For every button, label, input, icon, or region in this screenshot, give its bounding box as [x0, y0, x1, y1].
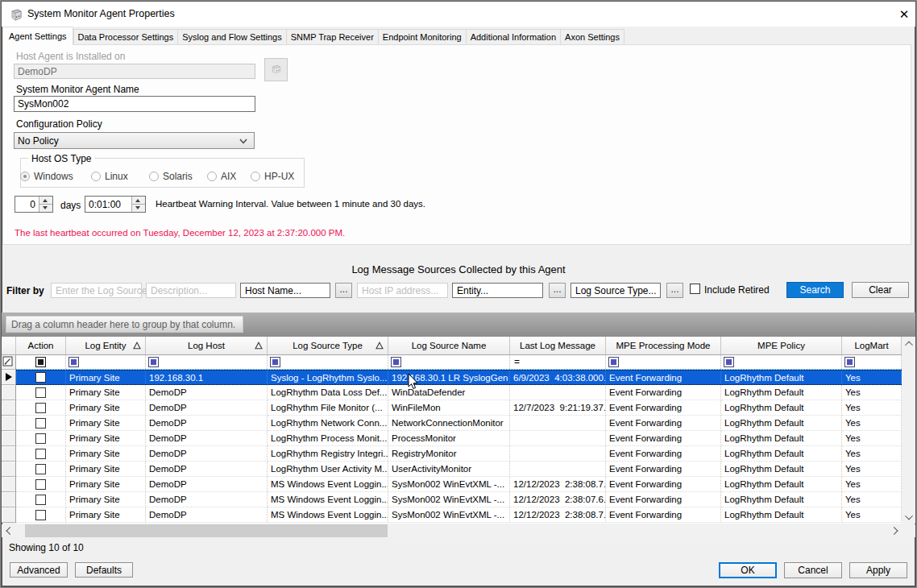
tab-additional-information[interactable]: Additional Information — [467, 29, 561, 45]
entity-browse-button[interactable]: ... — [549, 283, 566, 298]
defaults-button[interactable]: Defaults — [75, 562, 133, 578]
column-header-log-host[interactable]: Log Host — [146, 337, 268, 355]
advanced-button[interactable]: Advanced — [10, 562, 68, 578]
vertical-scroll-track[interactable] — [902, 350, 915, 510]
grid-row-7[interactable]: Primary SiteDemoDPLogRhythm User Activit… — [16, 462, 902, 477]
interval-spin-buttons[interactable] — [131, 197, 145, 212]
row-indicator-6[interactable] — [2, 446, 16, 462]
filter-cell-mpe-processing-mode[interactable] — [606, 355, 721, 369]
radio-os-windows[interactable]: Windows — [20, 171, 73, 182]
row-indicator-8[interactable] — [2, 477, 16, 492]
include-retired-checkbox[interactable] — [690, 284, 700, 294]
grid-row-8[interactable]: Primary SiteDemoDPMS Windows Event Loggi… — [16, 477, 902, 492]
column-header-mpe-processing-mode[interactable]: MPE Processing Mode — [606, 337, 721, 355]
column-header-log-source-type[interactable]: Log Source Type — [268, 337, 388, 355]
agent-name-field[interactable]: SysMon002 — [14, 96, 255, 112]
filter-cell-log-host[interactable] — [146, 355, 268, 369]
spin-down-icon[interactable] — [39, 205, 52, 212]
grid-row-6[interactable]: Primary SiteDemoDPLogRhythm Registry Int… — [16, 446, 902, 462]
grid-row-1[interactable]: Primary Site192.168.30.1Syslog - LogRhyt… — [16, 370, 902, 385]
filter-cell-mpe-policy[interactable] — [721, 355, 842, 369]
days-spinner[interactable]: 0 — [15, 196, 53, 213]
filter-box-icon[interactable] — [270, 357, 280, 367]
config-policy-dropdown[interactable]: No Policy — [14, 132, 255, 149]
row-indicator-10[interactable] — [2, 507, 16, 523]
tab-snmp-trap-receiver[interactable]: SNMP Trap Receiver — [287, 29, 379, 45]
filter-box-icon[interactable] — [68, 357, 79, 367]
grid-row-4[interactable]: Primary SiteDemoDPLogRhythm Network Conn… — [16, 416, 902, 431]
filter-cell-log-source-type[interactable] — [268, 355, 388, 369]
row-checkbox[interactable] — [35, 387, 46, 398]
radio-os-linux[interactable]: Linux — [91, 171, 128, 182]
log-source-type-filter-field[interactable]: Log Source Type... — [571, 283, 661, 298]
spin-down-icon[interactable] — [132, 205, 145, 212]
grid-row-3[interactable]: Primary SiteDemoDPLogRhythm File Monitor… — [16, 400, 902, 416]
row-indicator-9[interactable] — [2, 492, 16, 507]
row-checkbox[interactable] — [35, 479, 46, 490]
spin-up-icon[interactable] — [132, 197, 145, 205]
close-button[interactable]: ✕ — [891, 2, 917, 27]
action-filter-checkbox-icon[interactable] — [35, 357, 46, 367]
apply-button[interactable]: Apply — [849, 562, 907, 578]
interval-spinner[interactable]: 0:01:00 — [85, 196, 146, 213]
row-indicator-1[interactable] — [2, 370, 16, 385]
scroll-left-arrow[interactable] — [2, 524, 15, 537]
row-checkbox[interactable] — [35, 418, 46, 429]
filter-cell-log-source-name[interactable] — [388, 355, 510, 369]
row-indicator-4[interactable] — [2, 416, 16, 431]
row-checkbox[interactable] — [35, 403, 46, 413]
tab-agent-settings[interactable]: Agent Settings — [2, 27, 73, 45]
horizontal-scroll-thumb[interactable] — [25, 524, 388, 537]
row-checkbox[interactable] — [35, 464, 46, 474]
cancel-button[interactable]: Cancel — [784, 562, 842, 578]
filter-cell-logmart[interactable] — [842, 355, 902, 369]
clear-button[interactable]: Clear — [852, 282, 909, 298]
log-source-filter-input[interactable]: Enter the Log Source — [51, 283, 142, 298]
grid-row-5[interactable]: Primary SiteDemoDPLogRhythm Process Moni… — [16, 431, 902, 446]
horizontal-scroll-track[interactable] — [15, 524, 888, 537]
row-indicator-2[interactable] — [2, 385, 16, 400]
equals-filter-icon[interactable]: = — [514, 356, 520, 367]
row-checkbox[interactable] — [35, 433, 46, 444]
filter-cell-log-entity[interactable] — [66, 355, 146, 369]
row-checkbox[interactable] — [35, 372, 46, 383]
host-name-browse-button[interactable]: ... — [335, 283, 352, 298]
column-header-action[interactable]: Action — [16, 337, 66, 355]
radio-os-aix[interactable]: AIX — [207, 171, 236, 182]
row-indicator-5[interactable] — [2, 431, 16, 446]
filter-cell-action[interactable] — [16, 355, 66, 369]
row-checkbox[interactable] — [35, 449, 46, 459]
row-indicator-7[interactable] — [2, 462, 16, 477]
tab-endpoint-monitoring[interactable]: Endpoint Monitoring — [379, 29, 467, 45]
column-header-logmart[interactable]: LogMart — [842, 337, 902, 355]
search-button[interactable]: Search — [786, 282, 844, 298]
filter-cell-last-log-message[interactable]: = — [510, 355, 606, 369]
grid-row-10[interactable]: Primary SiteDemoDPMS Windows Event Loggi… — [16, 507, 902, 523]
spin-up-icon[interactable] — [39, 197, 52, 205]
scroll-right-arrow[interactable] — [888, 524, 902, 537]
description-filter-input[interactable]: Description... — [146, 283, 236, 298]
scroll-up-arrow[interactable] — [902, 337, 915, 350]
column-header-log-source-name[interactable]: Log Source Name — [388, 337, 510, 355]
column-header-log-entity[interactable]: Log Entity — [66, 337, 146, 355]
filter-box-icon[interactable] — [844, 357, 855, 367]
radio-os-solaris[interactable]: Solaris — [149, 171, 193, 182]
days-spin-buttons[interactable] — [39, 197, 52, 212]
host-ip-filter-input[interactable]: Host IP address... — [357, 283, 448, 298]
entity-filter-field[interactable]: Entity... — [452, 283, 543, 298]
tab-axon-settings[interactable]: Axon Settings — [561, 29, 624, 45]
filter-box-icon[interactable] — [724, 357, 734, 367]
scroll-down-arrow[interactable] — [902, 510, 915, 524]
row-checkbox[interactable] — [35, 510, 46, 520]
row-checkbox[interactable] — [35, 495, 46, 505]
radio-os-hpux[interactable]: HP-UX — [251, 171, 294, 182]
tab-syslog-and-flow-settings[interactable]: Syslog and Flow Settings — [178, 29, 287, 45]
column-header-last-log-message[interactable]: Last Log Message — [510, 337, 606, 355]
ok-button[interactable]: OK — [719, 562, 777, 578]
row-indicator-3[interactable] — [2, 400, 16, 416]
host-agent-browse-button[interactable] — [264, 58, 288, 81]
filter-box-icon[interactable] — [391, 357, 401, 367]
filter-box-icon[interactable] — [608, 357, 619, 367]
grid-row-2[interactable]: Primary SiteDemoDPLogRhythm Data Loss De… — [16, 385, 902, 400]
grid-row-9[interactable]: Primary SiteDemoDPMS Windows Event Loggi… — [16, 492, 902, 507]
